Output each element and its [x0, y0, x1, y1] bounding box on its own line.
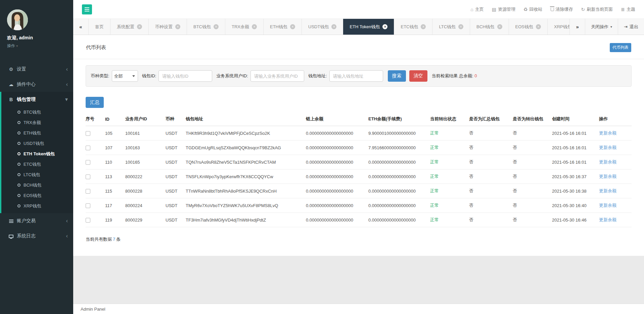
update-balance-link[interactable]: 更新余额	[599, 217, 616, 222]
tab[interactable]: ETC钱包 ×	[394, 19, 432, 35]
scroll-left-icon: «	[79, 24, 82, 30]
cell-id: 105	[105, 126, 125, 141]
sidebar-item-plugin-center[interactable]: ☁插件中心 ‹	[0, 77, 73, 92]
circle-icon	[17, 204, 20, 207]
close-actions-dropdown[interactable]: 关闭操作▾	[585, 19, 618, 35]
tab-close-icon[interactable]: ×	[497, 24, 502, 29]
sidebar-subitem[interactable]: ETC钱包	[1, 159, 73, 169]
bitcoin-icon: B	[7, 92, 15, 107]
update-balance-link[interactable]: 更新余额	[599, 159, 616, 164]
sidebar-subitem[interactable]: XRP钱包	[1, 201, 73, 211]
tab-close-icon[interactable]: ×	[290, 24, 295, 29]
cell-coin: USDT	[166, 126, 186, 141]
sidebar-item-wallet-management[interactable]: B钱包管理 ▾	[1, 92, 73, 107]
sidebar-subitem[interactable]: USDT钱包	[1, 138, 73, 149]
avatar-image	[7, 9, 28, 30]
row-checkbox[interactable]	[86, 203, 90, 208]
summary-button[interactable]: 汇总	[86, 97, 104, 108]
topbar-link-theme[interactable]: ≣主题	[621, 6, 635, 12]
chevron-left-icon: ‹	[66, 228, 68, 243]
table-body: 105 100161 USDT THKft9R3h9d1Q7vkiVMtPFjD…	[86, 126, 632, 227]
sidebar-subitem[interactable]: EOS钱包	[1, 190, 73, 201]
tab-label: LTC钱包	[439, 24, 456, 30]
column-header: 当前转出状态	[430, 112, 469, 126]
tab[interactable]: XRP钱包 ×	[548, 19, 569, 35]
table-row: 105 100161 USDT THKft9R3h9d1Q7vkiVMtPFjD…	[86, 126, 632, 141]
tab[interactable]: BTC钱包 ×	[187, 19, 225, 35]
cell-is-transfer-wallet: 否	[513, 169, 552, 184]
biz-user-id-input[interactable]	[250, 70, 304, 82]
row-checkbox[interactable]	[86, 174, 90, 179]
update-balance-link[interactable]: 更新余额	[599, 174, 616, 179]
tab-close-icon[interactable]: ×	[536, 24, 541, 29]
update-balance-link[interactable]: 更新余额	[599, 203, 616, 208]
cell-biz-user-id: 8000222	[125, 169, 166, 184]
logout-button[interactable]: ⇥退出	[618, 19, 644, 35]
tab-close-icon[interactable]: ×	[252, 24, 257, 29]
wallet-id-input[interactable]	[158, 70, 212, 82]
tab[interactable]: USDT钱包 ×	[302, 19, 343, 35]
sidebar-subitem[interactable]: BTC钱包	[1, 107, 73, 117]
cell-is-summary-wallet: 否	[469, 213, 513, 227]
tab[interactable]: ETH Token钱包 ×	[343, 19, 394, 35]
tabbar: « 首页 系统配置 × 币种设置 × BTC钱包 × TRX余额 × ETH钱包…	[73, 19, 644, 35]
tab[interactable]: EOS钱包 ×	[509, 19, 548, 35]
topbar-link-clear-cache[interactable]: 清除缓存	[551, 6, 573, 12]
row-checkbox[interactable]	[86, 160, 90, 165]
tab-scroll-right-button[interactable]: »	[569, 19, 585, 35]
tab-label: ETC钱包	[401, 24, 418, 30]
tab-close-icon[interactable]: ×	[382, 24, 387, 29]
record-count-line: 当前共有数据7条	[86, 236, 632, 256]
sidebar-item-system-logs[interactable]: 系统日志 ‹	[0, 228, 73, 243]
page-badge[interactable]: 代币列表	[610, 43, 631, 52]
cell-eth-balance: 0.000000000000000000	[368, 169, 430, 184]
sidebar-subitem[interactable]: BCH钱包	[1, 180, 73, 190]
tab[interactable]: LTC钱包 ×	[432, 19, 470, 35]
update-balance-link[interactable]: 更新余额	[599, 188, 616, 193]
search-button[interactable]: 搜索	[388, 70, 406, 82]
cell-created-at: 2021-05-16 16:01	[552, 155, 599, 169]
sidebar-subitem[interactable]: ETH Token钱包	[1, 149, 73, 159]
row-checkbox[interactable]	[86, 218, 90, 223]
sidebar-item-account-transactions[interactable]: 账户交易 ‹	[0, 213, 73, 228]
cell-chain-balance: 0.000000000000000000	[306, 213, 368, 227]
topbar-link-resources[interactable]: ▤资源管理	[492, 6, 515, 12]
row-checkbox[interactable]	[86, 189, 90, 194]
tab-close-icon[interactable]: ×	[137, 24, 142, 29]
sidebar-item-settings[interactable]: ⚙设置 ‹	[0, 62, 73, 77]
content-body: 币种类型: 全部 钱包ID: 业务系统用户ID: 钱包地址: 搜索 清空	[73, 59, 644, 256]
update-balance-link[interactable]: 更新余额	[599, 145, 616, 150]
coin-type-select[interactable]: 全部	[112, 70, 138, 82]
wallet-address-input[interactable]	[329, 70, 383, 82]
tab[interactable]: BCH钱包 ×	[470, 19, 509, 35]
tab-close-icon[interactable]: ×	[458, 24, 463, 29]
cell-coin: USDT	[166, 169, 186, 184]
topbar-link-refresh-page[interactable]: ↻刷新当前页面	[581, 6, 613, 12]
update-balance-link[interactable]: 更新余额	[599, 130, 616, 135]
sidebar-subitem-label: LTC钱包	[24, 169, 40, 180]
row-checkbox[interactable]	[86, 146, 90, 150]
sidebar-subitem[interactable]: LTC钱包	[1, 169, 73, 180]
tab-close-icon[interactable]: ×	[421, 24, 426, 29]
row-checkbox[interactable]	[86, 131, 90, 136]
clear-button[interactable]: 清空	[409, 70, 427, 82]
tab-close-icon[interactable]: ×	[214, 24, 219, 29]
file-icon: ▤	[492, 7, 496, 12]
topbar-link-home[interactable]: ⌂主页	[470, 6, 484, 12]
tab[interactable]: 币种设置 ×	[149, 19, 187, 35]
tab[interactable]: 系统配置 ×	[110, 19, 149, 35]
sidebar-subitem[interactable]: TRX余额	[1, 117, 73, 128]
tab[interactable]: 首页	[89, 19, 110, 35]
tab-close-icon[interactable]: ×	[331, 24, 336, 29]
topbar-link-recycle-bin[interactable]: ♻回收站	[523, 6, 543, 12]
cell-id: 115	[105, 184, 125, 198]
tab[interactable]: TRX余额 ×	[225, 19, 264, 35]
hamburger-menu-button[interactable]	[82, 4, 92, 14]
sidebar-subitem[interactable]: ETH钱包	[1, 128, 73, 138]
cell-status: 正常	[430, 169, 469, 184]
user-action-dropdown[interactable]: 操作 ▾	[7, 43, 73, 49]
tab[interactable]: ETH钱包 ×	[264, 19, 302, 35]
cell-is-summary-wallet: 否	[469, 155, 513, 169]
tab-scroll-left-button[interactable]: «	[73, 19, 89, 35]
tab-close-icon[interactable]: ×	[175, 24, 180, 29]
